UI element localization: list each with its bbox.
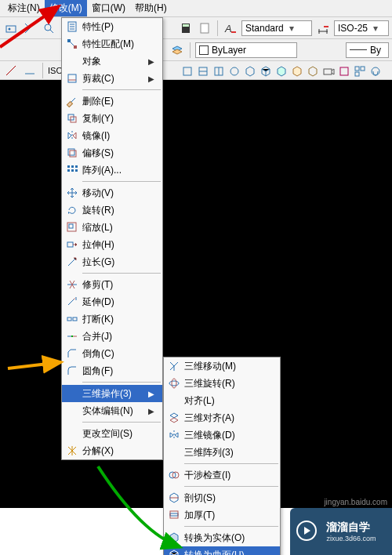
menu-separator [82, 273, 161, 274]
modify-menu-item-8[interactable]: 偏移(S) [62, 144, 162, 161]
3d-submenu-item-3[interactable]: 三维对齐(A) [164, 409, 280, 426]
menu-item-label: 延伸(D) [82, 296, 154, 309]
modify-menu-item-6[interactable]: 复制(Y) [62, 110, 162, 127]
notepad-icon[interactable] [197, 20, 212, 36]
modify-menu-item-7[interactable]: 镜像(I) [62, 127, 162, 144]
view-nw-icon[interactable] [306, 64, 320, 78]
camera-icon[interactable] [321, 64, 336, 78]
svg-rect-28 [75, 165, 78, 168]
view-right-icon[interactable] [227, 64, 241, 78]
chamfer-icon [62, 347, 82, 360]
3d-submenu-item-9[interactable]: 剖切(S) [164, 489, 280, 506]
3dalign-icon [164, 412, 184, 424]
modify-menu-item-18[interactable]: 延伸(D) [62, 293, 162, 310]
3d-submenu-item-0[interactable]: 三维移动(M) [164, 357, 280, 375]
textstyle-combo[interactable]: Standard ▾ [241, 20, 312, 36]
quickcalc-icon[interactable] [3, 20, 19, 36]
view-se-icon[interactable] [274, 64, 289, 78]
modify-menu-item-22[interactable]: 圆角(F) [62, 362, 162, 379]
3d-submenu-item-4[interactable]: 三维镜像(D) [164, 426, 280, 444]
ucs-icon[interactable] [337, 64, 351, 78]
modify-menu-item-21[interactable]: 倒角(C) [62, 345, 162, 362]
3d-operations-submenu: 三维移动(M)三维旋转(R)对齐(L)三维对齐(A)三维镜像(D)三维阵列(3)… [163, 357, 281, 555]
svg-rect-26 [67, 165, 70, 168]
layers-icon[interactable] [169, 42, 185, 58]
line-tool-icon[interactable] [3, 63, 19, 78]
menu-item-label: 剪裁(C) [82, 72, 142, 85]
menubar-item-help[interactable]: 帮助(H) [130, 0, 172, 16]
explode-icon [62, 444, 82, 457]
view-iso-icon[interactable] [243, 64, 257, 78]
menu-item-label: 缩放(L) [82, 221, 154, 234]
modify-menu-item-2[interactable]: 对象▶ [62, 53, 162, 70]
3d-submenu-item-10[interactable]: 加厚(T) [164, 506, 280, 524]
modify-menu-item-28[interactable]: 分解(X) [62, 442, 162, 459]
3d-submenu-item-5[interactable]: 三维阵列(3) [164, 444, 280, 461]
menu-item-label: 镜像(I) [82, 129, 154, 143]
copy-icon [62, 112, 82, 125]
visual-style-icon[interactable] [368, 64, 383, 78]
modify-menu-item-24[interactable]: 三维操作(3)▶ [62, 385, 162, 402]
props-icon [62, 20, 82, 33]
modify-menu-item-9[interactable]: 阵列(A)... [62, 161, 162, 179]
textstyle-value: Standard [245, 23, 284, 34]
view-top-icon[interactable] [180, 64, 194, 78]
calculator-icon[interactable] [178, 20, 194, 36]
3dmove-icon [164, 360, 184, 372]
modify-menu-item-15[interactable]: 拉长(G) [62, 253, 162, 270]
menubar: 标注(N) 修改(M) 窗口(W) 帮助(H) [0, 0, 392, 17]
join-icon [62, 330, 82, 343]
modify-menu-item-3[interactable]: 剪裁(C)▶ [62, 70, 162, 87]
modify-menu-item-14[interactable]: 拉伸(H) [62, 236, 162, 253]
modify-menu-item-25[interactable]: 实体编辑(N)▶ [62, 402, 162, 419]
view-manager-icon[interactable] [353, 64, 367, 78]
submenu-arrow-icon: ▶ [148, 74, 154, 83]
view-left-icon[interactable] [212, 64, 226, 78]
view-sw-icon[interactable] [259, 64, 273, 78]
modify-menu-item-27[interactable]: 更改空间(S) [62, 425, 162, 442]
line-icon [350, 49, 367, 50]
dimstyle-combo[interactable]: ISO-25 ▾ [334, 20, 389, 36]
modify-menu-item-20[interactable]: 合并(J) [62, 328, 162, 345]
3d-submenu-item-1[interactable]: 三维旋转(R) [164, 375, 280, 392]
menu-separator [184, 526, 278, 527]
clip-icon [62, 72, 82, 85]
modify-menu-item-0[interactable]: 特性(P) [62, 18, 162, 35]
tosolid-icon [164, 531, 184, 544]
svg-rect-7 [183, 67, 191, 75]
menu-item-label: 特性匹配(M) [82, 38, 154, 51]
modify-menu-item-1[interactable]: 特性匹配(M) [62, 35, 162, 53]
menu-item-label: 偏移(S) [82, 147, 154, 160]
menubar-item-modify[interactable]: 修改(M) [45, 0, 87, 16]
3d-submenu-item-13[interactable]: 转换为曲面(U) [164, 546, 280, 555]
menubar-item-annotate[interactable]: 标注(N) [3, 0, 45, 16]
dim-icon[interactable] [22, 63, 38, 78]
3d-submenu-item-2[interactable]: 对齐(L) [164, 392, 280, 409]
linetype-combo[interactable]: By [346, 42, 389, 58]
svg-rect-19 [74, 45, 77, 49]
svg-rect-15 [355, 72, 359, 76]
view-front-icon[interactable] [196, 64, 210, 78]
svg-rect-32 [69, 224, 73, 228]
color-combo[interactable]: ByLayer [195, 42, 297, 58]
zoom-icon[interactable] [41, 20, 56, 36]
svg-rect-5 [201, 24, 209, 33]
modify-menu-item-12[interactable]: 旋转(R) [62, 201, 162, 219]
modify-menu-item-13[interactable]: 缩放(L) [62, 219, 162, 236]
modify-menu-item-11[interactable]: 移动(V) [62, 184, 162, 201]
modify-menu-item-19[interactable]: 打断(K) [62, 310, 162, 328]
view-ne-icon[interactable] [290, 64, 304, 78]
menubar-item-window[interactable]: 窗口(W) [87, 0, 130, 16]
watermark-url: zixue.3d66.com [326, 535, 376, 542]
separator [217, 20, 218, 36]
3d-submenu-item-12[interactable]: 转换为实体(O) [164, 529, 280, 546]
menu-item-label: 对象 [82, 55, 142, 68]
3d-submenu-item-7[interactable]: 干涉检查(I) [164, 466, 280, 484]
modify-menu-item-17[interactable]: 修剪(T) [62, 276, 162, 293]
menu-separator [82, 89, 161, 90]
textstyle-icon[interactable]: A [223, 20, 238, 36]
modify-menu-item-5[interactable]: 删除(E) [62, 92, 162, 110]
dimstyle-icon[interactable] [315, 20, 331, 36]
mirror-icon [62, 129, 82, 142]
distance-icon[interactable] [22, 20, 38, 36]
